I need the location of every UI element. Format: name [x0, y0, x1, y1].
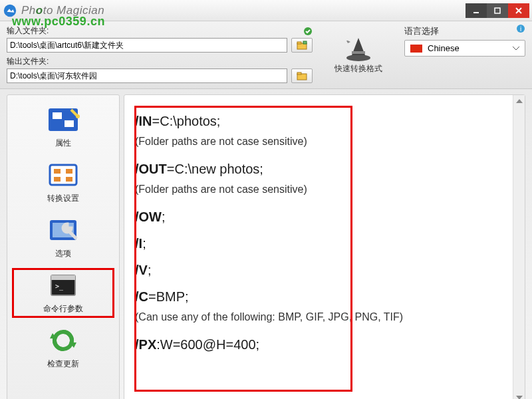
- close-button[interactable]: [508, 3, 529, 18]
- svg-rect-20: [54, 169, 61, 174]
- doc-command: /C=BMP;: [135, 287, 502, 307]
- sidebar: 属性转换设置选项>_命令行参数检查更新: [7, 94, 120, 399]
- maximize-button[interactable]: [487, 3, 508, 18]
- sidebar-item-label: 转换设置: [47, 193, 79, 204]
- language-label: 语言选择: [404, 25, 525, 37]
- svg-rect-21: [66, 169, 72, 174]
- sidebar-item-label: 选项: [55, 248, 71, 259]
- info-icon[interactable]: i: [516, 24, 525, 33]
- titlebar: Photo Magician: [0, 0, 532, 21]
- sidebar-item-label: 命令行参数: [43, 303, 83, 315]
- minimize-button[interactable]: [466, 3, 487, 18]
- svg-rect-14: [352, 51, 365, 54]
- svg-rect-12: [297, 72, 301, 74]
- svg-text:i: i: [520, 25, 521, 33]
- quick-convert-button[interactable]: 快速转换格式: [322, 25, 395, 83]
- wizard-hat-icon: [342, 35, 374, 62]
- doc-note: (Folder paths are not case sensitive): [135, 182, 502, 198]
- grid-icon: [45, 160, 82, 190]
- flag-icon: [410, 45, 422, 53]
- scroll-up-icon[interactable]: [515, 96, 524, 106]
- browse-output-button[interactable]: [291, 68, 313, 83]
- scrollbar[interactable]: [513, 95, 525, 399]
- sidebar-item-convert[interactable]: 转换设置: [10, 156, 116, 209]
- quick-convert-label: 快速转换格式: [334, 63, 382, 74]
- doc-note: (Folder paths are not case sensitive): [135, 134, 502, 150]
- check-icon: [303, 27, 313, 36]
- app-icon: [3, 3, 17, 18]
- sidebar-item-update[interactable]: 检查更新: [10, 321, 116, 375]
- svg-rect-10: [303, 41, 307, 44]
- language-select[interactable]: Chinese: [404, 40, 525, 57]
- svg-rect-22: [54, 177, 61, 182]
- output-folder-label: 输出文件夹:: [7, 56, 49, 67]
- svg-rect-9: [297, 42, 301, 44]
- input-folder-field[interactable]: [7, 38, 287, 53]
- doc-command: /I;: [135, 233, 502, 253]
- input-folder-label: 输入文件夹:: [7, 25, 49, 37]
- sidebar-item-options[interactable]: 选项: [10, 211, 116, 265]
- wand-icon: [45, 104, 82, 135]
- svg-rect-27: [51, 275, 75, 280]
- language-value: Chinese: [428, 43, 460, 53]
- svg-point-13: [346, 55, 370, 61]
- sidebar-item-label: 检查更新: [47, 358, 79, 370]
- terminal-icon: >_: [45, 270, 82, 301]
- doc-command: /V;: [135, 260, 502, 280]
- sidebar-item-cmdline[interactable]: >_命令行参数: [10, 266, 116, 320]
- doc-command: /PX:W=600@H=400;: [135, 334, 502, 354]
- sidebar-item-properties[interactable]: 属性: [10, 100, 116, 154]
- svg-rect-23: [66, 177, 72, 182]
- doc-command: /IN=C:\photos;: [135, 111, 502, 131]
- svg-rect-16: [53, 112, 62, 119]
- svg-point-18: [76, 114, 80, 118]
- chevron-down-icon: [513, 47, 519, 51]
- content-panel: /IN=C:\photos;(Folder paths are not case…: [124, 94, 525, 399]
- sidebar-item-label: 属性: [55, 138, 71, 149]
- doc-command: /OUT=C:\new photos;: [135, 159, 502, 179]
- doc-body: /IN=C:\photos;(Folder paths are not case…: [124, 95, 513, 399]
- svg-rect-19: [50, 165, 76, 185]
- doc-command: /OW;: [135, 207, 502, 227]
- toolbar: i 输入文件夹: 输出文件夹: 快速转换格式 语言选择: [0, 21, 532, 89]
- svg-rect-2: [495, 8, 500, 13]
- browse-input-button[interactable]: [291, 38, 313, 53]
- output-folder-field[interactable]: [7, 68, 287, 83]
- svg-rect-17: [65, 120, 74, 127]
- svg-text:>_: >_: [55, 283, 64, 291]
- wrench-icon: [45, 215, 82, 245]
- refresh-icon: [45, 325, 82, 356]
- scroll-down-icon[interactable]: [515, 393, 524, 399]
- doc-note: (Can use any of the following: BMP, GIF,…: [135, 309, 502, 325]
- window-title: Photo Magician: [21, 4, 466, 17]
